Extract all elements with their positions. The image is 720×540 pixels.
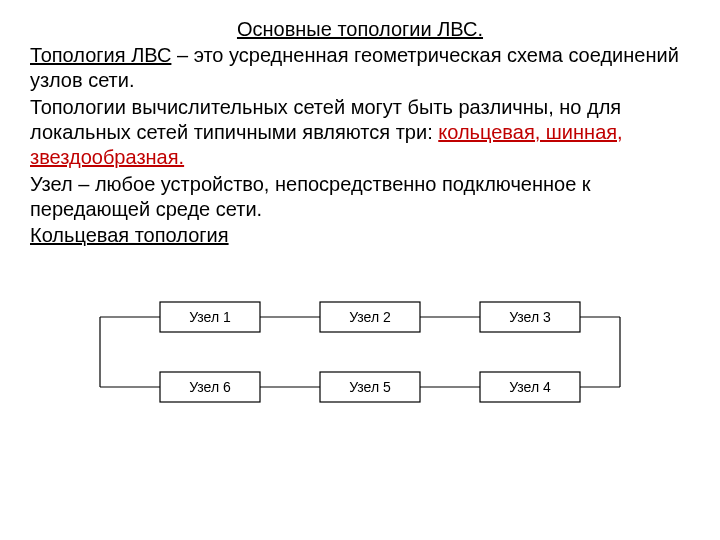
paragraph-2: Топологии вычислительных сетей могут быт…: [30, 95, 690, 170]
page-title: Основные топологии ЛВС.: [30, 18, 690, 41]
node-3-label: Узел 3: [509, 309, 551, 325]
node-5-label: Узел 5: [349, 379, 391, 395]
paragraph-3: Узел – любое устройство, непосредственно…: [30, 172, 690, 222]
paragraph-1: Топология ЛВС – это усредненная геометри…: [30, 43, 690, 93]
subheading-ring: Кольцевая топология: [30, 224, 690, 247]
node-6-label: Узел 6: [189, 379, 231, 395]
node-1-label: Узел 1: [189, 309, 231, 325]
ring-topology-diagram: Узел 1 Узел 2 Узел 3 Узел 6 Узел 5 Узел …: [30, 287, 690, 427]
node-2-label: Узел 2: [349, 309, 391, 325]
term-topology: Топология ЛВС: [30, 44, 171, 66]
node-4-label: Узел 4: [509, 379, 551, 395]
